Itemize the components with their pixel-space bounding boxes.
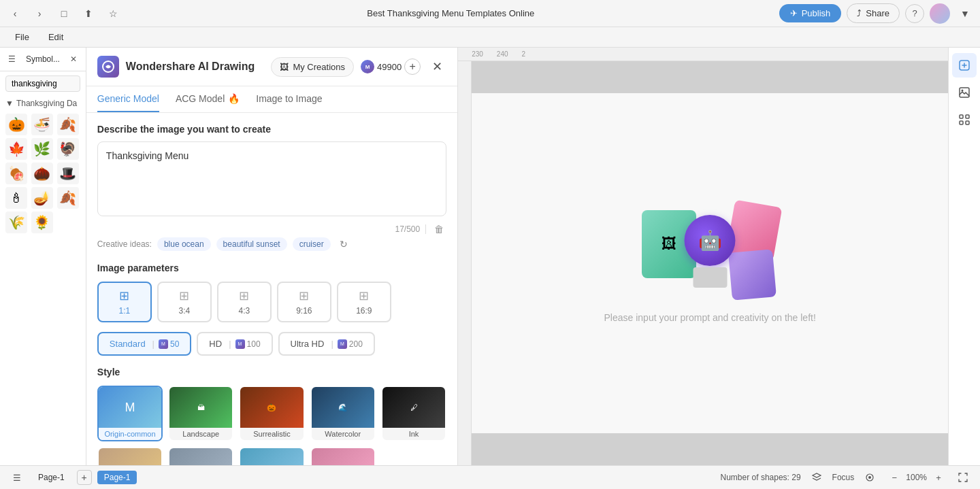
tab-image-to-image[interactable]: Image to Image <box>256 86 322 112</box>
style-surrealistic[interactable]: 🎃 Surrealistic <box>239 386 304 441</box>
image-tool-button[interactable] <box>952 80 977 105</box>
list-item[interactable]: 🕯 <box>5 187 27 209</box>
ratio-label: 3:4 <box>179 306 191 316</box>
list-item[interactable]: 🍜 <box>31 114 53 135</box>
idea-chip-1[interactable]: blue ocean <box>157 237 211 251</box>
list-item[interactable]: 🪔 <box>31 187 53 209</box>
list-item[interactable]: 🍁 <box>5 138 27 160</box>
quality-label: HD <box>209 339 222 349</box>
refresh-ideas-button[interactable]: ↻ <box>336 237 351 252</box>
list-item[interactable]: 🍂 <box>57 187 79 209</box>
style-origin-common[interactable]: M Origin-common <box>97 386 163 441</box>
sidebar-toggle[interactable]: ☰ <box>5 50 19 68</box>
ratio-3-4-button[interactable]: ⊞ 3:4 <box>157 282 212 322</box>
style-section-label: Style <box>97 367 446 377</box>
sidebar-category[interactable]: ▼ Thanksgiving Da <box>0 96 86 111</box>
focus-button[interactable] <box>861 469 879 486</box>
share-button[interactable]: ⤴ Share <box>847 3 900 23</box>
forward-button[interactable]: › <box>30 4 49 23</box>
bookmark-button[interactable]: ☆ <box>103 4 122 23</box>
idea-chip-2[interactable]: beautiful sunset <box>216 237 287 251</box>
help-button[interactable]: ? <box>905 4 924 23</box>
menubar: File Edit <box>0 27 980 48</box>
edit-menu[interactable]: Edit <box>40 29 71 45</box>
quality-credits: M 100 <box>235 339 261 349</box>
ai-panel-header: Wondershare AI Drawing 🖼 My Creations M … <box>86 48 457 86</box>
overview-button[interactable]: □ <box>54 4 74 23</box>
ratio-16-9-button[interactable]: ⊞ 16:9 <box>337 282 391 322</box>
ratio-4-3-button[interactable]: ⊞ 4:3 <box>217 282 272 322</box>
quality-hd-button[interactable]: HD | M 100 <box>197 332 272 356</box>
style-extra-2[interactable] <box>168 447 233 465</box>
quality-ultrahd-button[interactable]: Ultra HD | M 200 <box>278 332 375 356</box>
list-item[interactable]: 🍖 <box>5 163 27 184</box>
new-tab-button[interactable]: ⬆ <box>79 4 98 23</box>
credits-icon: M <box>235 339 245 349</box>
publish-button[interactable]: ✈ Publish <box>779 4 842 22</box>
style-landscape[interactable]: 🏔 Landscape <box>168 386 233 441</box>
prompt-textarea[interactable]: Thanksgiving Menu <box>97 141 446 216</box>
style-extra-1[interactable] <box>97 447 163 465</box>
list-item[interactable]: 🌾 <box>5 212 27 233</box>
style-name: Landscape <box>169 428 232 440</box>
sidebar-close[interactable]: ✕ <box>67 50 80 68</box>
list-item[interactable]: 🍂 <box>57 114 79 135</box>
list-item[interactable]: 🌰 <box>31 163 53 184</box>
canvas-main[interactable]: 🖼 🤖 Please i <box>472 61 948 465</box>
ratio-label: 9:16 <box>296 306 312 316</box>
grid-tool-button[interactable] <box>952 107 977 132</box>
active-page-button[interactable]: Page-1 <box>97 471 137 484</box>
ratio-label: 1:1 <box>119 306 131 316</box>
avatar[interactable] <box>930 3 950 24</box>
credits-icon: M <box>338 339 347 349</box>
ruler-mark: 230 <box>472 50 483 58</box>
style-ink[interactable]: 🖋 Ink <box>381 386 446 441</box>
quality-options: Standard | M 50 HD | M 100 Ultra <box>97 332 446 356</box>
idea-chip-3[interactable]: cruiser <box>293 237 331 251</box>
style-extra-3[interactable] <box>239 447 304 465</box>
zoom-in-button[interactable]: + <box>930 469 947 486</box>
style-extra-4[interactable] <box>310 447 376 465</box>
share-icon: ⤴ <box>857 8 862 18</box>
list-item[interactable]: 🎩 <box>57 163 79 184</box>
zoom-out-button[interactable]: − <box>885 469 903 486</box>
fullscreen-button[interactable] <box>954 469 972 486</box>
style-watercolor[interactable]: 🌊 Watercolor <box>310 386 376 441</box>
ai-tabs: Generic Model ACG Model 🔥 Image to Image <box>86 86 457 113</box>
list-item[interactable]: 🎃 <box>5 114 27 135</box>
ratio-1-1-button[interactable]: ⊞ 1:1 <box>97 282 152 322</box>
focus-label: Focus <box>832 473 855 482</box>
sidebar-toggle-bottom[interactable]: ☰ <box>8 469 26 486</box>
ai-tool-button[interactable] <box>952 53 977 78</box>
illustration-robot: 🤖 <box>685 215 736 288</box>
page-button[interactable]: Page-1 <box>31 471 71 484</box>
ruler-mark: 240 <box>497 50 508 58</box>
left-sidebar: ☰ Symbol... ✕ ▼ Thanksgiving Da 🎃 🍜 🍂 🍁 … <box>0 48 86 465</box>
my-creations-button[interactable]: 🖼 My Creations <box>271 57 354 77</box>
creative-label: Creative ideas: <box>97 239 152 249</box>
back-button[interactable]: ‹ <box>5 4 24 23</box>
creative-ideas: Creative ideas: blue ocean beautiful sun… <box>97 237 446 252</box>
clear-prompt-button[interactable]: 🗑 <box>431 222 446 237</box>
tab-generic-model[interactable]: Generic Model <box>97 86 159 112</box>
list-item[interactable]: 🌿 <box>31 138 53 160</box>
ratio-icon: ⊞ <box>299 288 309 303</box>
titlebar: ‹ › □ ⬆ ☆ Best Thanksgiving Menu Templat… <box>0 0 980 27</box>
close-panel-button[interactable]: ✕ <box>427 57 446 76</box>
char-count: 17/500 <box>395 224 420 234</box>
list-item[interactable]: 🦃 <box>57 138 79 160</box>
add-page-button[interactable]: + <box>77 470 92 485</box>
add-credits-button[interactable]: + <box>404 58 421 75</box>
quality-standard-button[interactable]: Standard | M 50 <box>97 332 192 356</box>
account-chevron[interactable]: ▼ <box>956 4 975 23</box>
layers-button[interactable] <box>808 469 826 486</box>
file-menu[interactable]: File <box>7 29 37 45</box>
ratio-icon: ⊞ <box>359 288 369 303</box>
quality-label: Ultra HD <box>291 339 325 349</box>
prompt-section-label: Describe the image you want to create <box>97 124 446 135</box>
tab-acg-model[interactable]: ACG Model 🔥 <box>176 86 240 112</box>
sidebar-search-input[interactable] <box>5 75 80 92</box>
ai-panel-title: Wondershare AI Drawing <box>126 61 255 73</box>
list-item[interactable]: 🌻 <box>31 212 53 233</box>
ratio-9-16-button[interactable]: ⊞ 9:16 <box>277 282 331 322</box>
